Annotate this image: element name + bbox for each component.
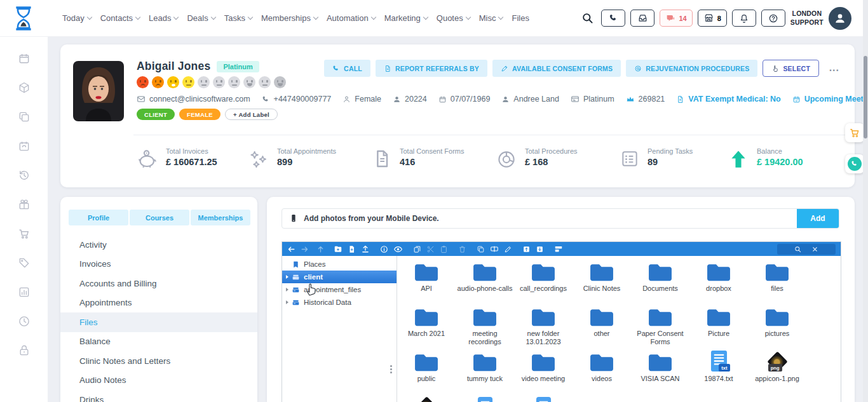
- file-item-folder[interactable]: Documents: [631, 258, 689, 303]
- mood-face-3[interactable]: [167, 76, 179, 88]
- tab-courses[interactable]: Courses: [130, 210, 189, 225]
- file-item-folder[interactable]: other: [573, 303, 631, 348]
- file-item-folder[interactable]: Paper Consent Forms: [631, 303, 689, 348]
- file-item-folder[interactable]: public: [397, 348, 456, 393]
- menu-item-invoices[interactable]: Invoices: [60, 255, 257, 274]
- panel-resize-handle[interactable]: [390, 365, 392, 373]
- info-icon[interactable]: [380, 245, 388, 253]
- cart-icon[interactable]: [18, 227, 31, 240]
- page-scrollbar[interactable]: [863, 0, 868, 402]
- tab-memberships[interactable]: Memberships: [191, 210, 250, 225]
- edit-icon[interactable]: [504, 245, 512, 253]
- scrollbar-thumb[interactable]: [864, 56, 867, 138]
- quick-call-button[interactable]: [845, 154, 864, 173]
- nav-item-files[interactable]: Files: [512, 13, 529, 23]
- menu-item-files[interactable]: Files: [60, 312, 257, 332]
- file-item-folder[interactable]: new folder 13.01.2023: [514, 303, 573, 348]
- clock-icon[interactable]: [18, 315, 31, 328]
- nav-item-quotes[interactable]: Quotes: [437, 13, 470, 23]
- tree-item-appointment-files[interactable]: appointment_files: [282, 283, 397, 296]
- paste-icon[interactable]: [440, 245, 448, 253]
- store-button[interactable]: 8: [698, 10, 727, 27]
- up-icon[interactable]: [316, 245, 325, 253]
- nav-item-automation[interactable]: Automation: [327, 13, 376, 23]
- file-item-doc[interactable]: [456, 393, 514, 402]
- menu-item-balance[interactable]: Balance: [60, 332, 257, 352]
- add-photos-button[interactable]: Add: [797, 208, 839, 229]
- preview-icon[interactable]: [393, 245, 403, 254]
- mood-face-5[interactable]: [198, 76, 210, 88]
- file-item-folder[interactable]: Picture: [689, 303, 748, 348]
- file-item-folder[interactable]: tummy tuck: [456, 348, 514, 393]
- mood-face-9[interactable]: [259, 76, 271, 88]
- file-item-folder[interactable]: video meeting: [514, 348, 573, 393]
- quick-cart-button[interactable]: [845, 123, 864, 142]
- calendar-alt-icon[interactable]: [18, 140, 31, 152]
- tree-item-places[interactable]: Places: [282, 258, 397, 271]
- cut-icon[interactable]: [426, 245, 435, 253]
- back-icon[interactable]: [287, 245, 295, 253]
- upcoming-meetings-link[interactable]: Upcoming Meetings: [792, 95, 868, 104]
- menu-item-audio-notes[interactable]: Audio Notes: [60, 371, 257, 391]
- nav-item-memberships[interactable]: Memberships: [261, 13, 318, 23]
- add-label-button[interactable]: + Add Label: [225, 109, 278, 120]
- close-icon[interactable]: [811, 246, 818, 253]
- mood-face-2[interactable]: [152, 76, 164, 88]
- report-referrals-button[interactable]: REPORT REFERRALS BY: [376, 60, 487, 77]
- tab-profile[interactable]: Profile: [69, 210, 128, 225]
- dialer-button[interactable]: [601, 10, 625, 27]
- gift-icon[interactable]: [18, 198, 31, 211]
- copy-icon[interactable]: [18, 111, 31, 123]
- nav-item-marketing[interactable]: Marketing: [384, 13, 428, 23]
- lock-icon[interactable]: [18, 344, 31, 357]
- file-item-folder[interactable]: files: [748, 258, 806, 303]
- file-item-folder[interactable]: Clinic Notes: [573, 258, 631, 303]
- tree-item-client[interactable]: client: [282, 271, 397, 283]
- new-folder-icon[interactable]: [334, 245, 342, 253]
- user-avatar[interactable]: [829, 7, 851, 30]
- mood-face-8[interactable]: [243, 76, 255, 88]
- notifications-button[interactable]: [732, 10, 756, 27]
- search-icon[interactable]: [794, 246, 801, 253]
- expand-arrow-icon[interactable]: [286, 275, 288, 279]
- mood-face-10[interactable]: [274, 76, 286, 88]
- search-icon[interactable]: [581, 12, 593, 24]
- mood-face-4[interactable]: [182, 76, 194, 88]
- file-item-doc[interactable]: [514, 393, 573, 402]
- file-item-folder[interactable]: API: [397, 258, 456, 303]
- tree-item-historical-data[interactable]: Historical Data: [282, 296, 397, 309]
- file-item-folder[interactable]: videos: [573, 348, 631, 393]
- app-logo[interactable]: [14, 6, 33, 31]
- file-item-txt[interactable]: txt19874.txt: [689, 348, 748, 393]
- inbox-button[interactable]: [630, 10, 654, 27]
- file-item-folder[interactable]: March 2021: [397, 303, 456, 348]
- nav-item-today[interactable]: Today: [62, 13, 92, 23]
- new-file-icon[interactable]: [348, 245, 356, 253]
- file-item-folder[interactable]: VISIA SCAN: [631, 348, 689, 393]
- forward-icon[interactable]: [301, 245, 309, 253]
- delete-icon[interactable]: [458, 245, 466, 253]
- vat-exempt-link[interactable]: VAT Exempt Medical: No: [676, 95, 780, 104]
- menu-item-drinks[interactable]: Drinks: [60, 390, 257, 402]
- file-item-folder[interactable]: call_recordings: [514, 258, 573, 303]
- nav-item-contacts[interactable]: Contacts: [100, 13, 140, 23]
- history-icon[interactable]: [18, 169, 31, 182]
- mood-face-6[interactable]: [213, 76, 225, 88]
- consent-forms-button[interactable]: AVAILABLE CONSENT FORMS: [492, 60, 621, 77]
- client-photo[interactable]: [73, 61, 124, 121]
- file-item-folder[interactable]: dropbox: [689, 258, 748, 303]
- rejuvenation-procedures-button[interactable]: REJUVENATION PROCEDURES: [626, 60, 757, 77]
- expand-arrow-icon[interactable]: [286, 300, 288, 304]
- nav-item-deals[interactable]: Deals: [187, 13, 215, 23]
- call-button[interactable]: CALL: [324, 60, 370, 77]
- expand-arrow-icon[interactable]: [286, 288, 288, 291]
- mood-face-1[interactable]: [137, 76, 149, 88]
- more-options-button[interactable]: ...: [829, 62, 839, 74]
- nav-item-misc[interactable]: Misc: [479, 13, 503, 23]
- duplicate-icon[interactable]: [477, 245, 485, 253]
- help-button[interactable]: [761, 10, 785, 27]
- file-item-folder[interactable]: audio-phone-calls: [456, 258, 514, 303]
- tag-icon[interactable]: [18, 257, 31, 269]
- report-icon[interactable]: [18, 286, 31, 298]
- menu-item-accounts-and-billing[interactable]: Accounts and Billing: [60, 274, 257, 293]
